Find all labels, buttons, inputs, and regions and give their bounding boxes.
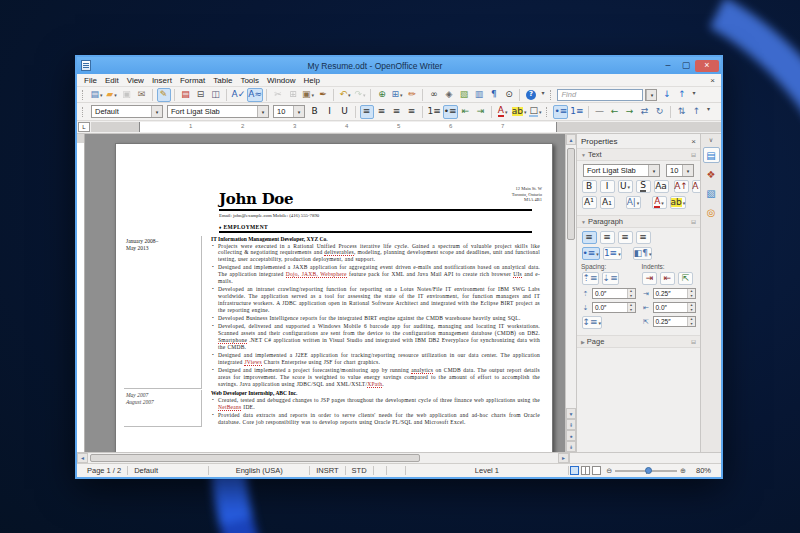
sb-paragraph-background-icon[interactable]: ◧¶▾ <box>633 247 653 260</box>
email-document-icon[interactable]: ✉ <box>135 88 149 102</box>
sb-decrease-indent-icon[interactable]: ⇤ <box>660 272 675 285</box>
align-justify-icon[interactable]: ≡ <box>405 105 419 119</box>
zoom-thumb[interactable] <box>645 467 652 474</box>
section-page-header[interactable]: ▶ Page ⊟ <box>577 335 700 348</box>
vertical-ruler[interactable] <box>77 134 85 452</box>
toolbar-overflow-icon[interactable]: ▾ <box>692 87 695 96</box>
scroll-right-icon[interactable]: ► <box>558 453 569 463</box>
menu-insert[interactable]: Insert <box>148 76 176 85</box>
scroll-down-icon[interactable]: ▼ <box>566 408 576 419</box>
draw-functions-icon[interactable]: ✏ <box>405 88 419 102</box>
outline-level-field[interactable]: Level 1 <box>406 466 569 475</box>
toolbar-grip[interactable] <box>546 107 550 117</box>
sb-character-spacing-icon[interactable]: A|▾ <box>626 196 641 209</box>
move-down-icon[interactable]: ⇅ <box>675 105 689 119</box>
book-view-button[interactable] <box>592 466 601 475</box>
hscroll-thumb[interactable] <box>90 454 420 462</box>
before-text-indent-field[interactable]: 0.25″ ▴▾ <box>653 288 697 299</box>
menu-view[interactable]: View <box>123 76 148 85</box>
bullet-list-icon[interactable]: •≡ <box>443 105 458 119</box>
format-paintbrush-icon[interactable]: ✒ <box>316 88 330 102</box>
menu-help[interactable]: Help <box>300 76 324 85</box>
selection-mode-field[interactable]: STD <box>346 466 373 475</box>
below-paragraph-spacing-field[interactable]: 0.0″ ▴▾ <box>592 302 636 313</box>
sb-hanging-indent-icon[interactable]: ⇱ <box>678 272 693 285</box>
close-document-icon[interactable]: × <box>710 76 718 85</box>
section-paragraph-header[interactable]: ▼ Paragraph ⊟ <box>577 215 700 228</box>
align-right-icon[interactable]: ≡ <box>390 105 404 119</box>
sb-underline-icon[interactable]: U▾ <box>618 180 633 193</box>
sb-increase-indent-icon[interactable]: ⇥ <box>642 272 657 285</box>
vscroll-track[interactable] <box>566 145 576 408</box>
zoom-percent-field[interactable]: 80% <box>690 466 717 475</box>
spellcheck-icon[interactable]: A✓ <box>231 88 247 102</box>
zoom-out-icon[interactable]: ⊖ <box>606 467 612 475</box>
restart-numbering-icon[interactable]: ↻ <box>653 105 667 119</box>
tab-styles-icon[interactable]: ❖ <box>703 166 720 182</box>
horizontal-scrollbar[interactable]: ◄ ► <box>77 453 569 463</box>
bold-icon[interactable]: B <box>308 105 322 119</box>
next-page-button[interactable]: ⇟ <box>566 441 576 452</box>
zoom-in-icon[interactable]: ⊕ <box>680 467 686 475</box>
page-number-field[interactable]: Page 1 / 2 <box>81 466 127 475</box>
spinner-arrows[interactable]: ▴▾ <box>687 303 695 312</box>
scroll-left-icon[interactable]: ◄ <box>77 453 88 463</box>
vertical-scrollbar[interactable]: ▲ ▼ ⇞ ● ⇟ <box>565 134 576 452</box>
data-sources-icon[interactable]: ▥ <box>472 88 486 102</box>
hyperlink-icon[interactable]: ⊕ <box>375 88 389 102</box>
sb-bold-icon[interactable]: B <box>582 180 597 193</box>
sidebar-collapse-icon[interactable]: ∨ <box>709 136 713 143</box>
tab-stop-selector[interactable]: L <box>78 122 90 132</box>
close-button[interactable]: × <box>695 60 719 72</box>
paragraph-style-select[interactable]: Default ▾ <box>91 105 163 118</box>
font-size-select[interactable]: 10 ▾ <box>273 105 305 118</box>
sb-decrease-font-icon[interactable]: A↓ <box>692 180 701 193</box>
zoom-icon[interactable]: ⊙ <box>502 88 516 102</box>
highlighting-icon[interactable]: ab▾ <box>511 105 528 119</box>
font-name-select[interactable]: Fort Ligat Slab ▾ <box>167 105 269 118</box>
page-style-field[interactable]: Default <box>128 466 208 475</box>
sb-align-right-icon[interactable]: ≡ <box>618 231 633 244</box>
align-center-icon[interactable]: ≡ <box>375 105 389 119</box>
menu-file[interactable]: File <box>80 76 101 85</box>
insert-mode-field[interactable]: INSRT <box>310 466 344 475</box>
first-line-indent-field[interactable]: 0.25″ ▴▾ <box>653 316 697 327</box>
menu-window[interactable]: Window <box>263 76 299 85</box>
sb-numbered-list-icon[interactable]: 1≡▾ <box>603 247 622 260</box>
document-page[interactable]: John Doe 12 Main St. WToronto, OntarioM1… <box>115 143 553 452</box>
above-paragraph-spacing-field[interactable]: 0.0″ ▴▾ <box>592 288 636 299</box>
undo-icon[interactable]: ↶▾ <box>338 88 352 102</box>
auto-spellcheck-icon[interactable]: A≈ <box>247 88 263 102</box>
menu-format[interactable]: Format <box>176 76 209 85</box>
sb-italic-icon[interactable]: I <box>600 180 615 193</box>
new-document-icon[interactable]: ▤▾ <box>90 88 104 102</box>
section-more-icon[interactable]: ⊟ <box>691 151 696 158</box>
zoom-track[interactable] <box>615 470 677 472</box>
sidebar-close-icon[interactable]: × <box>691 137 696 146</box>
paste-icon[interactable]: ▣▾ <box>301 88 315 102</box>
increase-indent-icon[interactable]: ⇥ <box>474 105 488 119</box>
scroll-up-icon[interactable]: ▲ <box>566 134 576 145</box>
spinner-arrows[interactable]: ▴▾ <box>627 289 635 298</box>
vscroll-thumb[interactable] <box>567 148 575 240</box>
sb-align-left-icon[interactable]: ≡ <box>582 231 597 244</box>
move-up-icon[interactable]: ⇄ <box>638 105 652 119</box>
insert-unnumbered-entry-icon[interactable]: — <box>593 105 607 119</box>
demote-one-level-icon[interactable]: → <box>623 105 637 119</box>
toolbar-grip[interactable] <box>82 107 86 117</box>
to-top-icon[interactable]: ↑ <box>690 105 704 119</box>
table-icon[interactable]: ⊞▾ <box>390 88 404 102</box>
spinner-arrows[interactable]: ▴▾ <box>687 317 695 326</box>
find-input[interactable] <box>557 89 643 101</box>
toolbar-overflow-icon[interactable]: ▾ <box>707 103 710 112</box>
sb-bullet-list-icon[interactable]: •≡▾ <box>582 247 600 260</box>
menu-tools[interactable]: Tools <box>236 76 263 85</box>
edit-file-icon[interactable]: ✎ <box>157 88 171 102</box>
sb-decrease-spacing-icon[interactable]: ⇣≡ <box>602 272 619 285</box>
navigation-button[interactable]: ● <box>566 430 576 441</box>
align-left-icon[interactable]: ≡ <box>360 105 374 119</box>
find-dropdown[interactable]: ▾ <box>645 89 657 101</box>
bullets-on-icon[interactable]: •≡ <box>553 105 568 119</box>
sb-font-color-icon[interactable]: A▾ <box>652 196 667 209</box>
navigator-icon[interactable]: ◈ <box>442 88 456 102</box>
